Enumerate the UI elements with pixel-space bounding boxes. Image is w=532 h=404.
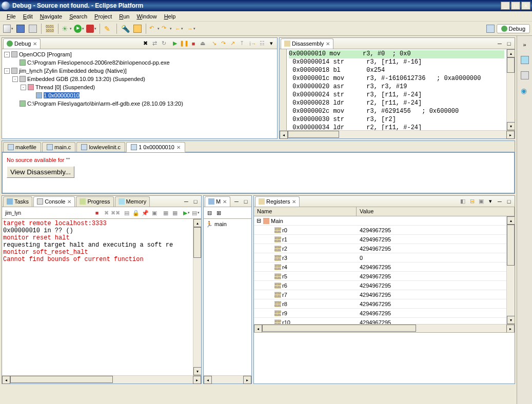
terminate-button[interactable]: ■	[189, 39, 198, 48]
step-over-button[interactable]: ↷	[219, 39, 228, 48]
register-row[interactable]: 10100101r64294967295	[254, 281, 506, 290]
outline-fastview[interactable]	[519, 54, 530, 66]
external-tools-button[interactable]: ▾	[86, 23, 97, 34]
disasm-line[interactable]: 0x00000024 str r3, [r11, #-24]	[289, 91, 504, 99]
registers-table[interactable]: ⊟Main10100101r0429496729510100101r142949…	[254, 216, 506, 324]
scrollbar-horizontal[interactable]: ◂▸	[2, 375, 201, 383]
tab-debug[interactable]: Debug ✕	[3, 38, 41, 49]
scroll-lock-button[interactable]: 🔒	[131, 208, 141, 217]
view-menu-button[interactable]: ▾	[486, 197, 495, 206]
register-group[interactable]: ⊟Main	[254, 216, 506, 226]
close-icon[interactable]: ✕	[326, 41, 330, 47]
menu-navigate[interactable]: Navigate	[36, 12, 66, 21]
disasm-line[interactable]: 0x00000030 str r3, [r2]	[289, 116, 504, 124]
back-button[interactable]: ←▾	[173, 23, 185, 34]
debug-button[interactable]: ☀▾	[61, 23, 72, 34]
register-row[interactable]: 10100101r14294967295	[254, 235, 506, 244]
tree-toggle[interactable]: -	[4, 68, 10, 74]
print-button[interactable]	[27, 23, 38, 34]
layout-button[interactable]: ⊞	[214, 208, 223, 217]
step-into-button[interactable]: ↘	[209, 39, 219, 48]
step-filters-button[interactable]: ☷	[258, 39, 267, 48]
menu-window[interactable]: Window	[133, 12, 160, 21]
scrollbar-horizontal[interactable]: ◂▸	[254, 324, 515, 332]
run-button[interactable]: ▶▾	[73, 23, 85, 34]
menu-project[interactable]: Project	[91, 12, 115, 21]
editor-tab[interactable]: lowlevelinit.c	[76, 142, 125, 152]
menu-file[interactable]: File	[3, 12, 19, 21]
tab-console[interactable]: Console✕	[33, 196, 75, 207]
layout-button[interactable]: ▣	[477, 197, 486, 206]
scrollbar-vertical[interactable]: ▴▾	[506, 49, 515, 130]
maximize-button[interactable]: □	[191, 197, 200, 206]
editor-tab[interactable]: makefile	[3, 142, 41, 152]
minimize-button[interactable]: _	[501, 2, 510, 10]
tab-progress[interactable]: Progress	[76, 196, 113, 207]
tree-item[interactable]: 1 0x00000010	[4, 91, 275, 99]
scrollbar-horizontal[interactable]: ◂▸	[204, 375, 251, 383]
tree-item[interactable]: -OpenOCD [Program]	[4, 50, 275, 58]
open-perspective-button[interactable]	[485, 23, 496, 34]
minimize-button[interactable]: ─	[232, 197, 241, 206]
show-type-button[interactable]: ◧	[458, 197, 467, 206]
forward-button[interactable]: →▾	[186, 23, 197, 34]
disasm-line[interactable]: 0x00000028 ldr r2, [r11, #-24]	[289, 99, 504, 108]
minimize-button[interactable]: ─	[182, 197, 191, 206]
disasm-line[interactable]: ➨0x00000010 mov r3, #0 ; 0x0	[289, 50, 504, 58]
disasm-line[interactable]: 0x00000020 asr r3, r3, #19	[289, 83, 504, 91]
maximize-button[interactable]: □	[511, 2, 520, 10]
menu-search[interactable]: Search	[66, 12, 91, 21]
tree-item[interactable]: C:\Program Files\openocd-2006re82\bin\op…	[4, 58, 275, 67]
instruction-step-button[interactable]: i→	[248, 39, 258, 48]
tree-toggle[interactable]: -	[4, 52, 10, 57]
tab-modules[interactable]: M✕	[205, 196, 230, 207]
resume-button[interactable]: ▶	[170, 39, 180, 48]
disconnect-button[interactable]: ⏏	[198, 39, 207, 48]
new-console-button[interactable]: ▤▾	[191, 208, 200, 217]
register-row[interactable]: 10100101r04294967295	[254, 226, 506, 235]
nav-next-button[interactable]: ↷▾	[161, 23, 172, 34]
open-console-button[interactable]: ▶▾	[182, 208, 191, 217]
restore-button[interactable]: »	[519, 39, 530, 50]
highlighter-button[interactable]: ✎	[103, 23, 114, 34]
remove-all-button[interactable]: ✖✖	[111, 208, 120, 217]
register-row[interactable]: 10100101r84294967295	[254, 299, 506, 309]
disasm-line[interactable]: 0x00000014 str r3, [r11, #-16]	[289, 58, 504, 67]
variables-fastview[interactable]	[519, 70, 530, 81]
editor-tab[interactable]: main.c	[42, 142, 75, 152]
menu-run[interactable]: Run	[115, 12, 133, 21]
menu-help[interactable]: Help	[161, 12, 180, 21]
scrollbar-vertical[interactable]: ▴▾	[193, 219, 201, 375]
tree-item[interactable]: -jim_lynch [Zylin Embedded debug (Native…	[4, 67, 275, 75]
collapse-all-button[interactable]: ⊟	[205, 208, 214, 217]
disasm-line[interactable]: 0x0000002c mov r3, #6291456 ; 0x600000	[289, 108, 504, 116]
restart-button[interactable]: ↻	[159, 39, 168, 48]
step-return-button[interactable]: ↗	[228, 39, 237, 48]
pin-console-button[interactable]: 📌	[141, 208, 150, 217]
disassembly-list[interactable]: ➨0x00000010 mov r3, #0 ; 0x0 0x00000014 …	[287, 49, 506, 130]
editor-tab[interactable]: 1 0x00000010✕	[126, 142, 185, 152]
show-when-stdout-button[interactable]: ▦	[161, 208, 170, 217]
register-row[interactable]: 10100101r74294967295	[254, 290, 506, 299]
close-icon[interactable]: ✕	[292, 199, 296, 205]
tab-memory[interactable]: Memory	[115, 196, 150, 207]
close-button[interactable]: ×	[521, 2, 530, 10]
remove-button[interactable]: ✖	[102, 208, 111, 217]
close-icon[interactable]: ✕	[67, 199, 71, 205]
drop-frame-button[interactable]: ⤒	[237, 39, 246, 48]
register-row[interactable]: 10100101r44294967295	[254, 262, 506, 272]
col-value[interactable]: Value	[357, 207, 515, 216]
perspective-debug[interactable]: Debug	[497, 24, 530, 33]
col-name[interactable]: Name	[254, 207, 357, 216]
tree-item[interactable]: -Thread [0] (Suspended)	[4, 83, 275, 91]
close-icon[interactable]: ✕	[33, 41, 37, 47]
maximize-button[interactable]: □	[504, 197, 514, 206]
debug-tree[interactable]: -OpenOCD [Program]C:\Program Files\openo…	[2, 49, 277, 138]
new-button[interactable]: ▾	[3, 23, 14, 34]
register-row[interactable]: 10100101r30	[254, 253, 506, 262]
scrollbar-vertical[interactable]: ▴▾	[506, 216, 515, 324]
suspend-button[interactable]: ❚❚	[180, 39, 189, 48]
disasm-line[interactable]: 0x00000018 bl 0x254	[289, 67, 504, 75]
tab-registers[interactable]: Registers✕	[255, 196, 300, 207]
tree-toggle[interactable]: -	[12, 76, 18, 82]
